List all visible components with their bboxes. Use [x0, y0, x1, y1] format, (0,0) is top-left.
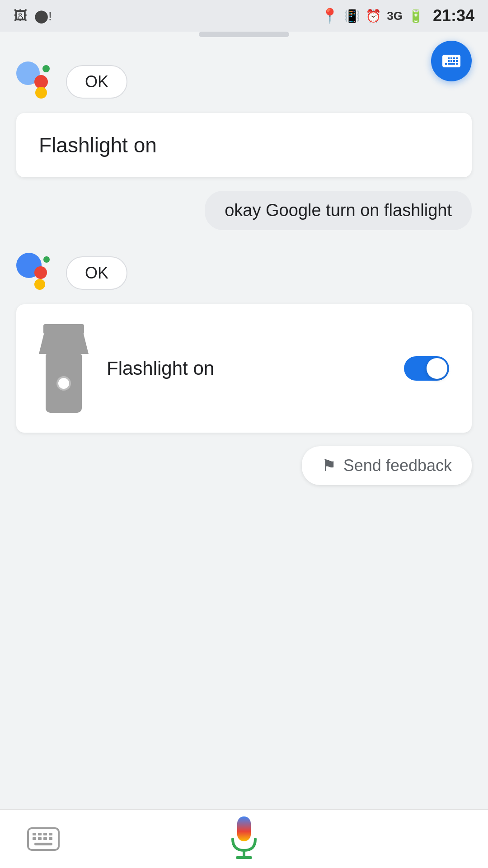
- main-content: OK Flashlight on okay Google turn on fla…: [0, 43, 488, 809]
- svg-rect-1: [33, 833, 36, 835]
- dot-yellow2: [34, 279, 45, 290]
- recording-icon: ⬤!: [34, 9, 52, 24]
- keyboard-fab-icon: [441, 50, 462, 72]
- status-bar-right: 📍 📳 ⏰ 3G 🔋 21:34: [321, 6, 474, 25]
- feedback-icon: ⚑: [322, 456, 336, 475]
- svg-rect-10: [237, 816, 251, 841]
- user-bubble-wrap: okay Google turn on flashlight: [16, 191, 472, 230]
- mic-icon: [228, 814, 260, 864]
- svg-rect-8: [49, 837, 52, 840]
- google-assistant-logo-first: [16, 61, 57, 102]
- second-ok-pill: OK: [66, 256, 127, 290]
- svg-rect-6: [38, 837, 42, 840]
- svg-rect-5: [33, 837, 36, 840]
- flashlight-lens: [56, 376, 71, 391]
- svg-rect-9: [34, 843, 52, 845]
- dot-green2: [43, 256, 50, 263]
- bottom-bar: [0, 809, 488, 868]
- scroll-indicator: [199, 32, 289, 37]
- network-icon: 3G: [387, 9, 403, 23]
- flashlight-toggle[interactable]: [404, 356, 449, 381]
- image-icon: 🖼: [14, 8, 27, 24]
- first-ok-pill: OK: [66, 65, 127, 99]
- alarm-icon: ⏰: [366, 9, 381, 24]
- flashlight-top-bar: [43, 324, 84, 334]
- svg-rect-2: [38, 833, 42, 835]
- send-feedback-button[interactable]: ⚑ Send feedback: [302, 446, 472, 485]
- mic-button[interactable]: [228, 814, 260, 864]
- status-bar-left: 🖼 ⬤!: [14, 8, 52, 24]
- dot-yellow: [35, 87, 47, 99]
- flashlight-head: [39, 334, 89, 354]
- status-bar: 🖼 ⬤! 📍 📳 ⏰ 3G 🔋 21:34: [0, 0, 488, 32]
- vibrate-icon: 📳: [344, 9, 360, 24]
- first-flashlight-card: Flashlight on: [16, 113, 472, 177]
- clock: 21:34: [433, 6, 474, 25]
- flashlight-body: [46, 354, 82, 413]
- dot-green: [42, 65, 50, 72]
- user-query-bubble: okay Google turn on flashlight: [205, 191, 472, 230]
- keyboard-fab-button[interactable]: [431, 41, 472, 81]
- first-card-text: Flashlight on: [39, 133, 157, 157]
- second-assistant-row: OK: [16, 253, 472, 293]
- dot-red2: [34, 266, 47, 279]
- flashlight-icon: [39, 324, 89, 413]
- keyboard-bottom-button[interactable]: [27, 827, 60, 851]
- svg-rect-3: [43, 833, 47, 835]
- svg-rect-7: [43, 837, 47, 840]
- scroll-indicator-wrap: [0, 32, 488, 37]
- flashlight-result-card: Flashlight on: [16, 304, 472, 433]
- svg-rect-4: [49, 833, 52, 835]
- first-assistant-row: OK: [16, 61, 472, 102]
- send-feedback-wrap: ⚑ Send feedback: [16, 446, 472, 485]
- keyboard-bottom-icon: [27, 827, 60, 851]
- battery-icon: 🔋: [408, 9, 424, 24]
- send-feedback-label: Send feedback: [343, 456, 452, 475]
- location-icon: 📍: [321, 7, 339, 24]
- flashlight-status-label: Flashlight on: [107, 358, 386, 379]
- google-assistant-logo-second: [16, 253, 57, 293]
